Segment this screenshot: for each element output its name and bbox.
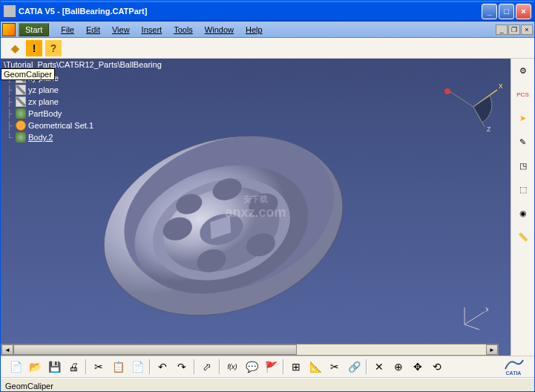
tooltip: GeomCaliper xyxy=(1,68,55,80)
close-button[interactable]: × xyxy=(516,4,531,19)
menu-file[interactable]: File xyxy=(55,24,80,36)
help-toolbar: ◆ ! ? xyxy=(1,38,534,59)
svg-line-18 xyxy=(465,312,485,324)
what-is-icon[interactable]: ◆ xyxy=(7,40,23,56)
separator xyxy=(85,359,87,374)
tree-label: Geometrical Set.1 xyxy=(28,121,93,130)
tree-item-zx-plane[interactable]: ├zx plane xyxy=(4,96,93,108)
axis-indicator-icon: x xyxy=(459,306,488,333)
window-title: CATIA V5 - [BallBearing.CATPart] xyxy=(19,7,482,16)
tree-label: zx plane xyxy=(28,97,59,106)
separator xyxy=(219,359,220,374)
copy-icon[interactable]: 📋 xyxy=(109,358,127,376)
redo-icon[interactable]: ↷ xyxy=(173,358,191,376)
scroll-thumb[interactable] xyxy=(13,344,297,355)
maximize-button[interactable]: □ xyxy=(499,4,514,19)
tree-label: yz plane xyxy=(28,85,59,94)
svg-line-20 xyxy=(465,324,479,330)
ruler-icon[interactable]: 📐 xyxy=(306,358,324,376)
flag-icon[interactable]: 🚩 xyxy=(262,358,280,376)
catia-logo: CATIA xyxy=(499,357,528,376)
svg-line-15 xyxy=(450,91,473,107)
part-path: \Tutorial_Parts\CAT5R12_Parts\BallBearin… xyxy=(1,59,511,71)
svg-text:x: x xyxy=(485,306,488,313)
scroll-left-button[interactable]: ◄ xyxy=(1,344,13,355)
open-icon[interactable]: 📂 xyxy=(26,358,44,376)
spec-tree: ├xy plane├yz plane├zx plane├PartBody├Geo… xyxy=(4,72,93,143)
pan-icon[interactable]: ✥ xyxy=(409,358,427,376)
settings-icon[interactable]: ⚙ xyxy=(514,62,532,79)
tree-label: Body.2 xyxy=(28,133,53,142)
compass-icon[interactable]: ◳ xyxy=(514,157,532,174)
menu-insert[interactable]: Insert xyxy=(136,24,168,36)
plane-icon xyxy=(16,97,26,107)
tree-label: PartBody xyxy=(28,109,62,118)
warning-icon[interactable]: ! xyxy=(26,40,42,56)
tree-item-partbody[interactable]: ├PartBody xyxy=(4,108,93,120)
menu-edit[interactable]: Edit xyxy=(80,24,106,36)
menubar: Start File Edit View Insert Tools Window… xyxy=(1,22,534,38)
menu-window[interactable]: Window xyxy=(199,24,240,36)
formula-icon[interactable]: f(x) xyxy=(223,358,241,376)
separator xyxy=(283,359,284,374)
separator xyxy=(149,359,151,374)
bottom-toolbar: 📄📂💾🖨✂📋📄↶↷⬀f(x)💬🚩⊞📐✂🔗✕⊕✥⟲CATIA xyxy=(1,356,534,378)
tree-item-geometrical-set-1[interactable]: ├Geometrical Set.1 xyxy=(4,120,93,131)
body-icon xyxy=(16,132,26,143)
separator xyxy=(366,359,367,374)
pcs-icon[interactable]: PCS xyxy=(514,85,532,103)
mdi-minimize-button[interactable]: _ xyxy=(496,24,508,35)
mdi-restore-button[interactable]: ❐ xyxy=(508,24,520,35)
horizontal-scrollbar[interactable]: ◄ ► xyxy=(1,344,499,356)
print-icon[interactable]: 🖨 xyxy=(65,358,82,376)
compass-icon[interactable]: x z xyxy=(444,81,503,133)
minimize-button[interactable]: _ xyxy=(482,4,497,19)
titlebar: CATIA V5 - [BallBearing.CATPart] _ □ × xyxy=(1,1,534,22)
right-toolbar: ⚙PCS➤✎◳⬚◉📏 xyxy=(511,59,534,356)
edit-icon[interactable]: ✎ xyxy=(514,133,532,151)
statusbar: GeomCaliper xyxy=(1,378,534,392)
app-icon xyxy=(4,5,16,17)
scroll-right-button[interactable]: ► xyxy=(486,344,498,355)
balloon-icon[interactable]: 💬 xyxy=(243,358,260,376)
ball-bearing-model[interactable] xyxy=(75,96,372,341)
swallow-icon[interactable]: ✕ xyxy=(370,358,388,376)
new-icon[interactable]: 📄 xyxy=(7,358,24,376)
measure-icon[interactable]: 📏 xyxy=(514,228,532,246)
catia-menu-icon[interactable] xyxy=(2,23,16,36)
menu-help[interactable]: Help xyxy=(240,24,269,36)
link-icon[interactable]: 🔗 xyxy=(345,358,363,376)
compass-x-label: x xyxy=(499,81,503,90)
cut-icon[interactable]: ✂ xyxy=(90,358,108,376)
mdi-close-button[interactable]: × xyxy=(521,24,533,35)
rotate-icon[interactable]: ⟲ xyxy=(428,358,446,376)
compass-z-label: z xyxy=(487,124,491,133)
save-icon[interactable]: 💾 xyxy=(45,358,63,376)
start-menu[interactable]: Start xyxy=(19,23,49,36)
help-icon[interactable]: ? xyxy=(45,40,62,56)
body-icon xyxy=(16,108,26,119)
undo-icon[interactable]: ↶ xyxy=(154,358,171,376)
material-icon[interactable]: ◉ xyxy=(514,204,532,222)
plane-icon xyxy=(16,85,26,95)
paste-icon[interactable]: 📄 xyxy=(128,358,146,376)
menu-tools[interactable]: Tools xyxy=(168,24,199,36)
menu-view[interactable]: View xyxy=(106,24,136,36)
separator xyxy=(194,359,195,374)
main-area: \Tutorial_Parts\CAT5R12_Parts\BallBearin… xyxy=(1,59,534,356)
view-icon[interactable]: ⬚ xyxy=(514,180,532,198)
svg-point-17 xyxy=(444,88,450,94)
clip-icon[interactable]: ✂ xyxy=(326,358,344,376)
status-text: GeomCaliper xyxy=(5,382,53,391)
tree-item-yz-plane[interactable]: ├yz plane xyxy=(4,84,93,96)
viewport-3d[interactable]: \Tutorial_Parts\CAT5R12_Parts\BallBearin… xyxy=(1,59,511,356)
tree-item-body-2[interactable]: └Body.2 xyxy=(4,131,93,143)
pointer-icon[interactable]: ⬀ xyxy=(198,358,216,376)
fit-icon[interactable]: ⊕ xyxy=(390,358,407,376)
grid-icon[interactable]: ⊞ xyxy=(287,358,305,376)
select-arrow-icon[interactable]: ➤ xyxy=(514,109,532,127)
geomset-icon xyxy=(16,120,26,131)
